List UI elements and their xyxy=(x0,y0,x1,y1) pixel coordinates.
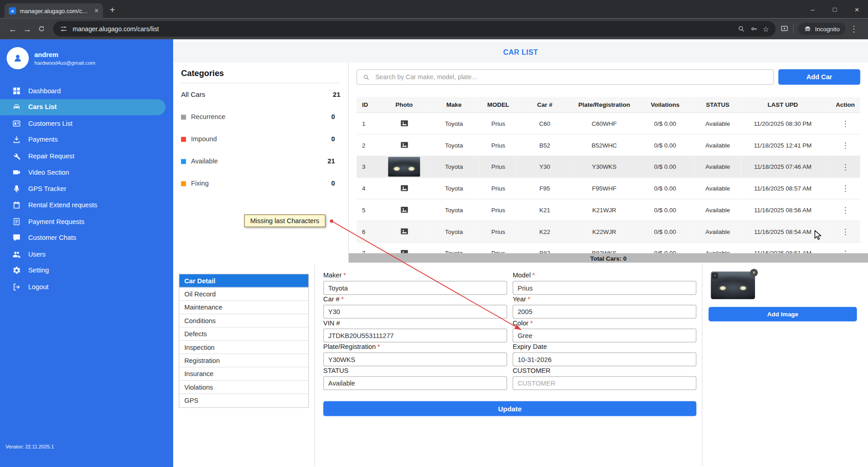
detail-tab-gps[interactable]: GPS xyxy=(179,394,308,407)
browser-menu-icon[interactable]: ⋮ xyxy=(845,24,863,34)
sidebar-item-gps-tracker[interactable]: GPS Tracker xyxy=(0,181,173,197)
sidebar-item-customers-list[interactable]: Customers List xyxy=(0,115,173,132)
zoom-icon[interactable] xyxy=(737,25,745,33)
category-all-cars[interactable]: All Cars 21 xyxy=(181,91,340,99)
sidebar-item-users[interactable]: Users xyxy=(0,246,173,262)
field-label: STATUS xyxy=(323,367,507,375)
plate-input[interactable] xyxy=(323,353,507,367)
sidebar-item-customer-chats[interactable]: Customer Chats xyxy=(0,230,173,246)
color-input[interactable] xyxy=(513,329,697,343)
payment-requests-icon xyxy=(12,217,21,226)
address-bar[interactable]: manager.alugago.com/cars/list ☆ xyxy=(53,21,776,37)
sidebar-item-dashboard[interactable]: Dashboard xyxy=(0,82,173,99)
field-label: Plate/Registration* xyxy=(323,343,507,351)
field-maker: Maker* xyxy=(323,272,507,295)
table-row[interactable]: 1ToyotaPriusC60C60WHF0/$ 0.00Available11… xyxy=(357,113,860,134)
add-car-button[interactable]: Add Car xyxy=(778,69,860,85)
install-app-icon[interactable] xyxy=(780,24,789,33)
sidebar-item-cars-list[interactable]: Cars List xyxy=(0,99,165,115)
user-profile[interactable]: andrem hardwood4us@gmail.com xyxy=(0,39,173,75)
field-expiry-date: Expiry Date xyxy=(513,343,697,366)
row-menu-icon[interactable]: ⋮ xyxy=(841,119,849,128)
field-model: Model* xyxy=(513,272,697,295)
window-minimize-button[interactable]: – xyxy=(802,0,824,18)
category-item-recurrence[interactable]: Recurrence0 xyxy=(181,113,340,121)
table-scroll-area[interactable]: IDPhotoMakeMODELCar #Plate/RegistrationV… xyxy=(357,97,860,253)
window-close-button[interactable]: × xyxy=(846,0,868,18)
field-label: Model* xyxy=(513,272,697,280)
row-menu-icon[interactable]: ⋮ xyxy=(841,248,849,253)
sidebar-item-repair-request[interactable]: Repair Request xyxy=(0,148,173,164)
window-maximize-button[interactable]: □ xyxy=(824,0,846,18)
category-item-available[interactable]: Available21 xyxy=(181,157,340,165)
year-input[interactable] xyxy=(513,305,697,319)
detail-tab-car-detail[interactable]: Car Detail xyxy=(179,274,308,287)
password-key-icon[interactable] xyxy=(750,25,758,33)
maker-input[interactable] xyxy=(323,281,507,295)
car-photo-thumbnail[interactable] xyxy=(388,157,420,176)
detail-tab-insurance[interactable]: Insurance xyxy=(179,367,308,381)
new-tab-button[interactable]: + xyxy=(109,5,115,16)
sidebar-item-payments[interactable]: Payments xyxy=(0,132,173,148)
table-row[interactable]: 4ToyotaPriusF95F95WHF0/$ 0.00Available11… xyxy=(357,177,860,199)
row-menu-icon[interactable]: ⋮ xyxy=(841,140,849,149)
remove-image-icon[interactable]: × xyxy=(750,269,758,276)
sidebar-item-logout[interactable]: Logout xyxy=(0,279,173,295)
add-image-button[interactable]: Add Image xyxy=(708,307,857,321)
sidebar-item-rental-extend-requests[interactable]: Rental Extend requests xyxy=(0,197,173,213)
image-placeholder-icon xyxy=(399,227,409,236)
update-button[interactable]: Update xyxy=(323,401,696,416)
detail-tab-defects[interactable]: Defects xyxy=(179,328,308,341)
cell-status: Available xyxy=(694,177,741,199)
video-icon xyxy=(12,168,21,177)
car-number-input[interactable] xyxy=(323,305,507,319)
detail-tab-conditions[interactable]: Conditions xyxy=(179,314,308,327)
category-item-fixing[interactable]: Fixing0 xyxy=(181,180,340,187)
total-cars-bar: Total Cars: 0 xyxy=(349,253,868,263)
divider xyxy=(702,265,703,466)
customer-input[interactable] xyxy=(513,376,697,390)
row-menu-icon[interactable]: ⋮ xyxy=(841,184,849,193)
image-upload-icon: ↑ xyxy=(712,272,718,278)
bookmark-star-icon[interactable]: ☆ xyxy=(763,24,769,33)
table-row[interactable]: 5ToyotaPriusK21K21WJR0/$ 0.00Available11… xyxy=(357,199,860,221)
sidebar-item-label: GPS Tracker xyxy=(28,185,66,193)
required-asterisk: * xyxy=(528,295,530,303)
logout-icon xyxy=(12,282,21,291)
cell-car-number: K22 xyxy=(517,220,572,242)
browser-tab[interactable]: a manager.alugago.com/cars/list × xyxy=(5,3,103,18)
tab-close-icon[interactable]: × xyxy=(94,7,99,14)
detail-tab-registration[interactable]: Registration xyxy=(179,354,308,367)
site-settings-icon[interactable] xyxy=(60,25,67,33)
row-menu-icon[interactable]: ⋮ xyxy=(841,162,849,171)
detail-tab-oil-record[interactable]: Oil Record xyxy=(179,288,308,301)
reload-button[interactable] xyxy=(34,22,49,36)
table-row[interactable]: 2ToyotaPriusB52B52WHC0/$ 0.00Available11… xyxy=(357,134,860,156)
expiry-date-input[interactable] xyxy=(513,353,697,367)
category-item-impound[interactable]: Impound0 xyxy=(181,135,340,143)
vin-input[interactable] xyxy=(323,329,507,343)
table-row[interactable]: 6ToyotaPriusK22K22WJR0/$ 0.00Available11… xyxy=(357,220,860,242)
incognito-label: Incognito xyxy=(815,25,840,32)
field-label: Color* xyxy=(513,319,697,327)
cell-plate: K21WJR xyxy=(572,199,636,221)
row-menu-icon[interactable]: ⋮ xyxy=(841,227,849,236)
table-row[interactable]: 7ToyotaPriusB82B82WKS0/$ 0.00Available11… xyxy=(357,242,860,253)
model-input[interactable] xyxy=(513,281,697,295)
forward-button[interactable]: → xyxy=(20,22,34,36)
table-row[interactable]: 3ToyotaPriusY30Y30WKS0/$ 0.00Available11… xyxy=(357,156,860,177)
cell-violations: 0/$ 0.00 xyxy=(636,199,694,221)
sidebar-item-payment-requests[interactable]: Payment Requests xyxy=(0,213,173,229)
row-menu-icon[interactable]: ⋮ xyxy=(841,205,849,214)
column-header-action: Action xyxy=(824,97,860,112)
cell-photo xyxy=(380,220,429,242)
detail-tab-maintenance[interactable]: Maintenance xyxy=(179,301,308,314)
sidebar-item-video-section[interactable]: Video Section xyxy=(0,164,173,181)
detail-tab-violations[interactable]: Violations xyxy=(179,381,308,394)
sidebar-item-setting[interactable]: Setting xyxy=(0,262,173,279)
status-input[interactable] xyxy=(323,376,507,390)
category-color-swatch xyxy=(181,181,186,186)
detail-tab-inspection[interactable]: Inspection xyxy=(179,341,308,354)
search-input[interactable] xyxy=(374,73,768,81)
back-button[interactable]: ← xyxy=(5,22,20,36)
